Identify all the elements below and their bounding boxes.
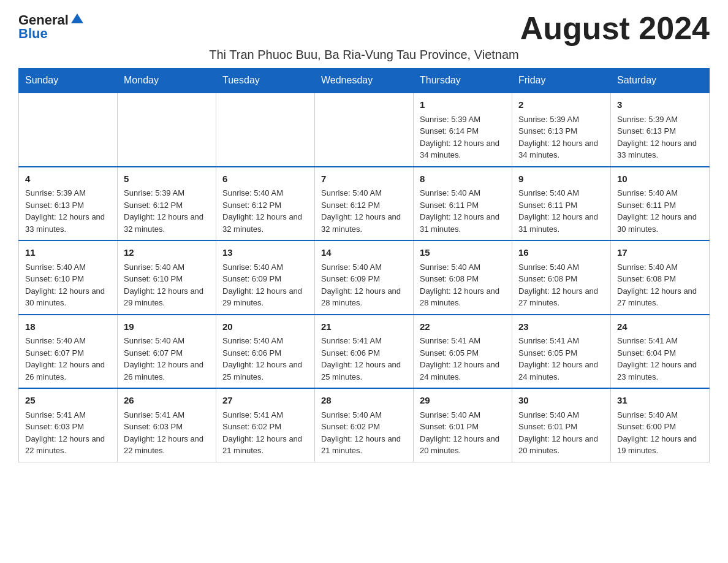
day-number: 24 [617, 320, 703, 334]
calendar-cell: 30Sunrise: 5:40 AMSunset: 6:01 PMDayligh… [512, 388, 611, 462]
day-info: Sunrise: 5:40 AMSunset: 6:01 PMDaylight:… [518, 409, 604, 457]
day-number: 23 [518, 320, 604, 334]
calendar-cell: 7Sunrise: 5:40 AMSunset: 6:12 PMDaylight… [315, 167, 414, 241]
day-info: Sunrise: 5:41 AMSunset: 6:02 PMDaylight:… [222, 409, 308, 457]
day-info: Sunrise: 5:40 AMSunset: 6:09 PMDaylight:… [321, 261, 407, 309]
day-info: Sunrise: 5:39 AMSunset: 6:13 PMDaylight:… [518, 113, 604, 161]
day-info: Sunrise: 5:39 AMSunset: 6:12 PMDaylight:… [124, 187, 210, 235]
day-info: Sunrise: 5:40 AMSunset: 6:08 PMDaylight:… [617, 261, 703, 309]
day-info: Sunrise: 5:41 AMSunset: 6:06 PMDaylight:… [321, 335, 407, 383]
col-header-thursday: Thursday [414, 69, 512, 93]
calendar-cell: 6Sunrise: 5:40 AMSunset: 6:12 PMDaylight… [216, 167, 315, 241]
day-info: Sunrise: 5:41 AMSunset: 6:04 PMDaylight:… [617, 335, 703, 383]
day-info: Sunrise: 5:40 AMSunset: 6:01 PMDaylight:… [420, 409, 506, 457]
calendar-cell: 8Sunrise: 5:40 AMSunset: 6:11 PMDaylight… [414, 167, 512, 241]
day-number: 17 [617, 246, 703, 260]
day-number: 30 [518, 394, 604, 408]
day-number: 11 [25, 246, 111, 260]
day-info: Sunrise: 5:40 AMSunset: 6:00 PMDaylight:… [617, 409, 703, 457]
day-info: Sunrise: 5:40 AMSunset: 6:07 PMDaylight:… [25, 335, 111, 383]
header: General Blue August 2024 [18, 12, 710, 44]
week-row-3: 11Sunrise: 5:40 AMSunset: 6:10 PMDayligh… [19, 240, 710, 315]
calendar-cell: 20Sunrise: 5:40 AMSunset: 6:06 PMDayligh… [216, 315, 315, 389]
day-info: Sunrise: 5:39 AMSunset: 6:13 PMDaylight:… [25, 187, 111, 235]
calendar-cell: 28Sunrise: 5:40 AMSunset: 6:02 PMDayligh… [315, 388, 414, 462]
day-info: Sunrise: 5:40 AMSunset: 6:10 PMDaylight:… [25, 261, 111, 309]
day-info: Sunrise: 5:41 AMSunset: 6:05 PMDaylight:… [420, 335, 506, 383]
calendar-cell: 14Sunrise: 5:40 AMSunset: 6:09 PMDayligh… [315, 240, 414, 315]
calendar-cell: 9Sunrise: 5:40 AMSunset: 6:11 PMDaylight… [512, 167, 611, 241]
calendar-cell: 15Sunrise: 5:40 AMSunset: 6:08 PMDayligh… [414, 240, 512, 315]
col-header-monday: Monday [118, 69, 216, 93]
location-title: Thi Tran Phuoc Buu, Ba Ria-Vung Tau Prov… [18, 48, 710, 62]
day-info: Sunrise: 5:40 AMSunset: 6:08 PMDaylight:… [518, 261, 604, 309]
day-info: Sunrise: 5:41 AMSunset: 6:05 PMDaylight:… [518, 335, 604, 383]
day-number: 28 [321, 394, 407, 408]
calendar-cell: 17Sunrise: 5:40 AMSunset: 6:08 PMDayligh… [611, 240, 710, 315]
day-number: 29 [420, 394, 506, 408]
col-header-tuesday: Tuesday [216, 69, 315, 93]
day-number: 26 [124, 394, 210, 408]
calendar-cell: 27Sunrise: 5:41 AMSunset: 6:02 PMDayligh… [216, 388, 315, 462]
calendar-table: SundayMondayTuesdayWednesdayThursdayFrid… [18, 68, 710, 462]
week-row-1: 1Sunrise: 5:39 AMSunset: 6:14 PMDaylight… [19, 93, 710, 167]
calendar-cell: 29Sunrise: 5:40 AMSunset: 6:01 PMDayligh… [414, 388, 512, 462]
day-number: 19 [124, 320, 210, 334]
calendar-cell: 10Sunrise: 5:40 AMSunset: 6:11 PMDayligh… [611, 167, 710, 241]
day-info: Sunrise: 5:40 AMSunset: 6:02 PMDaylight:… [321, 409, 407, 457]
day-info: Sunrise: 5:40 AMSunset: 6:06 PMDaylight:… [222, 335, 308, 383]
day-info: Sunrise: 5:40 AMSunset: 6:11 PMDaylight:… [617, 187, 703, 235]
day-number: 16 [518, 246, 604, 260]
calendar-cell: 18Sunrise: 5:40 AMSunset: 6:07 PMDayligh… [19, 315, 118, 389]
logo-blue-text: Blue [18, 26, 48, 42]
calendar-cell: 1Sunrise: 5:39 AMSunset: 6:14 PMDaylight… [414, 93, 512, 167]
month-title: August 2024 [520, 12, 710, 44]
calendar-cell: 22Sunrise: 5:41 AMSunset: 6:05 PMDayligh… [414, 315, 512, 389]
day-number: 14 [321, 246, 407, 260]
calendar-cell: 13Sunrise: 5:40 AMSunset: 6:09 PMDayligh… [216, 240, 315, 315]
calendar-cell: 31Sunrise: 5:40 AMSunset: 6:00 PMDayligh… [611, 388, 710, 462]
day-number: 12 [124, 246, 210, 260]
day-number: 21 [321, 320, 407, 334]
day-number: 3 [617, 98, 703, 112]
day-number: 8 [420, 172, 506, 186]
week-row-5: 25Sunrise: 5:41 AMSunset: 6:03 PMDayligh… [19, 388, 710, 462]
calendar-cell: 4Sunrise: 5:39 AMSunset: 6:13 PMDaylight… [19, 167, 118, 241]
day-info: Sunrise: 5:40 AMSunset: 6:09 PMDaylight:… [222, 261, 308, 309]
calendar-cell: 25Sunrise: 5:41 AMSunset: 6:03 PMDayligh… [19, 388, 118, 462]
col-header-friday: Friday [512, 69, 611, 93]
day-number: 1 [420, 98, 506, 112]
day-info: Sunrise: 5:39 AMSunset: 6:13 PMDaylight:… [617, 113, 703, 161]
day-info: Sunrise: 5:40 AMSunset: 6:10 PMDaylight:… [124, 261, 210, 309]
calendar-cell [118, 93, 216, 167]
day-number: 22 [420, 320, 506, 334]
calendar-cell: 5Sunrise: 5:39 AMSunset: 6:12 PMDaylight… [118, 167, 216, 241]
day-number: 10 [617, 172, 703, 186]
day-number: 15 [420, 246, 506, 260]
col-header-saturday: Saturday [611, 69, 710, 93]
calendar-cell: 11Sunrise: 5:40 AMSunset: 6:10 PMDayligh… [19, 240, 118, 315]
calendar-cell: 24Sunrise: 5:41 AMSunset: 6:04 PMDayligh… [611, 315, 710, 389]
day-number: 6 [222, 172, 308, 186]
day-number: 31 [617, 394, 703, 408]
day-info: Sunrise: 5:40 AMSunset: 6:08 PMDaylight:… [420, 261, 506, 309]
day-number: 13 [222, 246, 308, 260]
week-row-4: 18Sunrise: 5:40 AMSunset: 6:07 PMDayligh… [19, 315, 710, 389]
day-number: 25 [25, 394, 111, 408]
calendar-cell: 3Sunrise: 5:39 AMSunset: 6:13 PMDaylight… [611, 93, 710, 167]
day-number: 18 [25, 320, 111, 334]
logo: General Blue [18, 12, 83, 42]
calendar-cell: 16Sunrise: 5:40 AMSunset: 6:08 PMDayligh… [512, 240, 611, 315]
day-number: 7 [321, 172, 407, 186]
calendar-cell [19, 93, 118, 167]
day-info: Sunrise: 5:39 AMSunset: 6:14 PMDaylight:… [420, 113, 506, 161]
calendar-cell: 19Sunrise: 5:40 AMSunset: 6:07 PMDayligh… [118, 315, 216, 389]
day-number: 27 [222, 394, 308, 408]
calendar-cell: 12Sunrise: 5:40 AMSunset: 6:10 PMDayligh… [118, 240, 216, 315]
day-info: Sunrise: 5:41 AMSunset: 6:03 PMDaylight:… [25, 409, 111, 457]
day-info: Sunrise: 5:40 AMSunset: 6:07 PMDaylight:… [124, 335, 210, 383]
calendar-cell [315, 93, 414, 167]
day-number: 20 [222, 320, 308, 334]
calendar-header-row: SundayMondayTuesdayWednesdayThursdayFrid… [19, 69, 710, 93]
day-number: 5 [124, 172, 210, 186]
